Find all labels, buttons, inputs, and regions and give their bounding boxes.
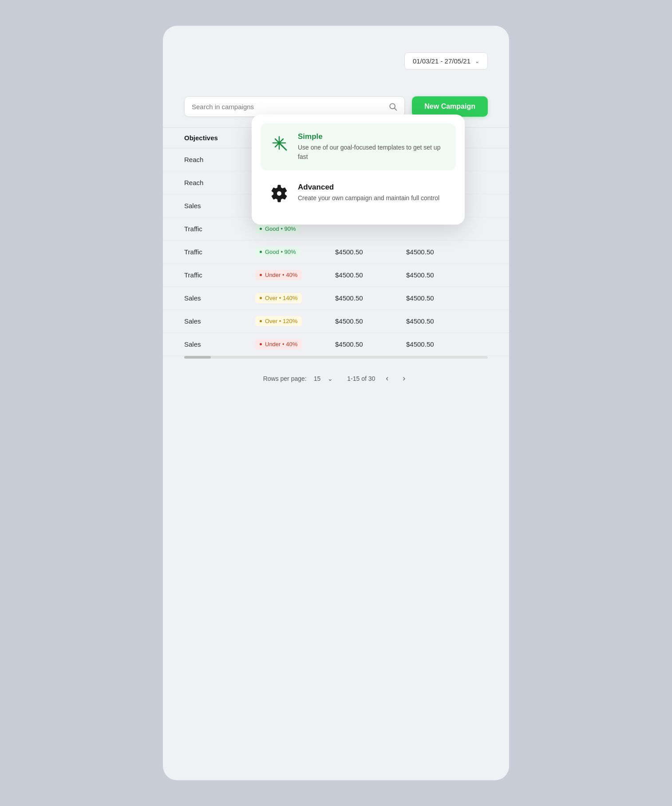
simple-option-title: Simple (298, 132, 447, 141)
table-row[interactable]: TrafficGood • 90%$4500.50$4500.50 (163, 241, 509, 264)
col-objectives: Objectives (184, 134, 255, 142)
col4-cell: $4500.50 (406, 294, 477, 302)
col3-cell: $4500.50 (335, 340, 406, 348)
objective-cell: Sales (184, 294, 255, 302)
pacing-cell: Under • 40% (255, 339, 335, 349)
pacing-cell: Under • 40% (255, 270, 335, 280)
col4-cell: $4500.50 (406, 248, 477, 256)
chevron-down-pagination-icon[interactable]: ⌄ (328, 375, 333, 382)
col4-cell: $4500.50 (406, 317, 477, 325)
objective-cell: Traffic (184, 271, 255, 279)
svg-line-7 (281, 145, 286, 150)
pacing-cell: Over • 140% (255, 293, 335, 303)
svg-point-8 (277, 191, 281, 196)
gear-icon (270, 185, 288, 202)
chevron-down-icon: ⌄ (475, 58, 479, 64)
advanced-option-text: Advanced Create your own campaign and ma… (298, 183, 439, 203)
search-icon (388, 102, 397, 111)
rows-per-page-value: 15 (314, 375, 321, 382)
search-box (184, 96, 405, 117)
col3-cell: $4500.50 (335, 248, 406, 256)
svg-line-1 (395, 108, 397, 111)
table-row[interactable]: TrafficUnder • 40%$4500.50$4500.50 (163, 264, 509, 287)
objective-cell: Sales (184, 202, 255, 209)
col3-cell: $4500.50 (335, 294, 406, 302)
pacing-badge-good: Good • 90% (255, 247, 300, 257)
search-input[interactable] (192, 103, 384, 111)
simple-campaign-option[interactable]: Simple Use one of our goal-focused templ… (261, 123, 456, 170)
advanced-option-title: Advanced (298, 183, 439, 192)
date-selector-row: 01/03/21 - 27/05/21 ⌄ (163, 52, 509, 70)
table-row[interactable]: SalesUnder • 40%$4500.50$4500.50 (163, 333, 509, 356)
pacing-badge-under: Under • 40% (255, 339, 302, 349)
table-row[interactable]: SalesOver • 120%$4500.50$4500.50 (163, 310, 509, 333)
rows-per-page-label: Rows per page: (263, 375, 307, 382)
gear-icon-container (269, 184, 289, 203)
pacing-cell: Good • 90% (255, 224, 335, 234)
pacing-cell: Over • 120% (255, 316, 335, 326)
next-page-button[interactable]: › (399, 372, 409, 385)
pagination: Rows per page: 15 ⌄ 1-15 of 30 ‹ › (163, 363, 509, 394)
date-range-button[interactable]: 01/03/21 - 27/05/21 ⌄ (404, 52, 488, 70)
scrollbar-area[interactable] (184, 356, 488, 359)
date-range-label: 01/03/21 - 27/05/21 (413, 57, 470, 65)
simple-option-desc: Use one of our goal-focused templates to… (298, 143, 447, 162)
wand-icon (269, 133, 289, 153)
advanced-option-desc: Create your own campaign and maintain fu… (298, 194, 439, 203)
page-range-label: 1-15 of 30 (347, 375, 375, 382)
objective-cell: Traffic (184, 248, 255, 256)
new-campaign-button[interactable]: New Campaign (412, 96, 488, 117)
pacing-badge-over: Over • 140% (255, 293, 302, 303)
scrollbar-thumb[interactable] (184, 356, 211, 359)
wand-icon-container (269, 133, 289, 153)
advanced-campaign-option[interactable]: Advanced Create your own campaign and ma… (261, 174, 456, 212)
pacing-badge-good: Good • 90% (255, 224, 300, 234)
objective-cell: Reach (184, 179, 255, 186)
table-row[interactable]: SalesOver • 140%$4500.50$4500.50 (163, 287, 509, 310)
campaign-dropdown: Simple Use one of our goal-focused templ… (252, 115, 465, 225)
objective-cell: Traffic (184, 225, 255, 233)
col3-cell: $4500.50 (335, 271, 406, 279)
col4-cell: $4500.50 (406, 271, 477, 279)
col3-cell: $4500.50 (335, 317, 406, 325)
objective-cell: Sales (184, 340, 255, 348)
pacing-badge-over: Over • 120% (255, 316, 302, 326)
prev-page-button[interactable]: ‹ (382, 372, 392, 385)
svg-point-6 (278, 142, 281, 145)
pacing-badge-under: Under • 40% (255, 270, 302, 280)
objective-cell: Sales (184, 317, 255, 325)
col4-cell: $4500.50 (406, 340, 477, 348)
pacing-cell: Good • 90% (255, 247, 335, 257)
simple-option-text: Simple Use one of our goal-focused templ… (298, 132, 447, 162)
objective-cell: Reach (184, 156, 255, 163)
toolbar: New Campaign (163, 96, 509, 117)
main-card: 01/03/21 - 27/05/21 ⌄ New Campaign Objec… (163, 26, 509, 780)
